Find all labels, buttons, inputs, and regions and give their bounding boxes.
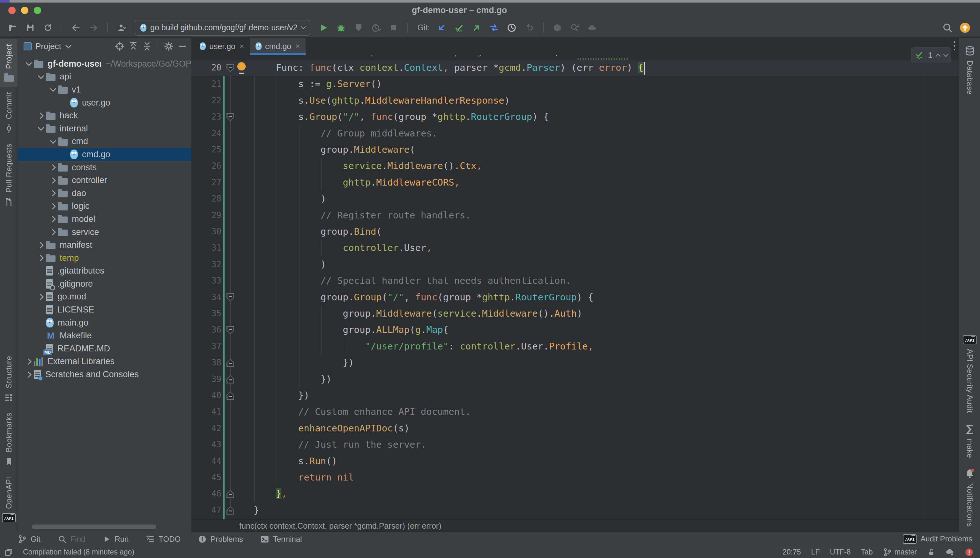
tree-item--gitignore[interactable]: .gitignore [18, 277, 191, 290]
history-button[interactable] [505, 21, 518, 34]
code-line-47[interactable]: } [191, 502, 959, 519]
tree-chevron-icon[interactable] [49, 229, 56, 235]
tree-chevron-icon[interactable] [50, 138, 56, 144]
tree-chevron-icon[interactable] [49, 164, 56, 171]
minus-button[interactable] [177, 41, 188, 52]
tool-window-tab-make[interactable]: ∑make [959, 418, 980, 463]
tree-item-logic[interactable]: logic [18, 200, 191, 213]
tree-chevron-icon[interactable] [26, 60, 32, 66]
code-line-22[interactable]: s.Use(ghttp.MiddlewareHandlerResponse) [191, 92, 959, 109]
user-button[interactable] [115, 21, 128, 34]
error-analysis-widget[interactable] [965, 548, 973, 557]
tree-item-cmd[interactable]: cmd [18, 135, 191, 148]
lock-widget[interactable] [927, 548, 936, 556]
gear-button[interactable] [163, 41, 174, 52]
tree-item-external-libraries[interactable]: External Libraries [18, 355, 191, 368]
tree-item-service[interactable]: service [18, 226, 191, 239]
inspections-widget[interactable]: 1 [911, 47, 951, 63]
open-project-button[interactable] [7, 21, 19, 34]
code-line-35[interactable]: group.Middleware(service.Middleware().Au… [191, 305, 959, 322]
tool-window-tab-structure[interactable]: Structure [0, 351, 18, 407]
tool-button-git[interactable]: Git [18, 535, 41, 544]
status-message[interactable]: Compilation failed (8 minutes ago) [23, 548, 134, 556]
close-tab-icon[interactable]: × [240, 42, 244, 51]
tool-button-run[interactable]: Run [102, 535, 128, 544]
minimize-window-button[interactable] [21, 7, 28, 14]
coverage-button[interactable] [352, 21, 365, 34]
code-line-40[interactable]: }) [191, 387, 959, 404]
tool-window-tab-notifications[interactable]: Notifications [959, 463, 980, 532]
git-branch-widget[interactable]: master [883, 548, 917, 557]
stop-button[interactable] [387, 21, 400, 34]
cloud-button[interactable] [586, 21, 599, 34]
next-problem-icon[interactable] [943, 52, 949, 57]
tree-item-cmd-go[interactable]: cmd.go [18, 148, 191, 161]
code-line-36[interactable]: group.ALLMap(g.Map{ [191, 322, 959, 338]
tree-item-readme-md[interactable]: README.MD [18, 342, 191, 355]
encoding-widget[interactable]: UTF-8 [830, 548, 850, 556]
target-button[interactable] [114, 41, 125, 52]
git-commit-button[interactable] [453, 21, 465, 34]
tree-item-makefile[interactable]: MMakefile [18, 329, 191, 342]
tree-chevron-icon[interactable] [49, 177, 56, 184]
code-line-46[interactable]: }, [191, 486, 959, 502]
tree-item-controller[interactable]: controller [18, 174, 191, 187]
save-all-button[interactable] [24, 21, 37, 34]
back-button[interactable] [69, 21, 82, 34]
git-merge-button[interactable] [488, 21, 500, 34]
code-line-30[interactable]: group.Bind( [191, 223, 959, 240]
git-push-button[interactable] [470, 21, 483, 34]
code-line-34[interactable]: group.Group("/", func(group *ghttp.Route… [191, 289, 959, 305]
code-line-28[interactable]: ) [191, 191, 959, 207]
collapse-all-button[interactable] [141, 41, 153, 52]
code-line-39[interactable]: }) [191, 371, 959, 387]
code-line-19[interactable]: Brief: "start http server of simple gofr… [191, 55, 959, 60]
code-line-42[interactable]: enhanceOpenAPIDoc(s) [191, 420, 959, 437]
code-line-27[interactable]: ghttp.MiddlewareCORS, [191, 174, 959, 191]
package-button[interactable] [551, 21, 564, 34]
tree-item-dao[interactable]: dao [18, 187, 191, 200]
tree-chevron-icon[interactable] [37, 242, 44, 248]
tool-window-tab-commit[interactable]: Commit [0, 87, 18, 138]
tree-chevron-icon[interactable] [49, 203, 56, 210]
code-line-25[interactable]: group.Middleware( [191, 141, 959, 158]
cloud-sync-widget[interactable] [945, 548, 954, 557]
status-window-icon[interactable] [5, 548, 13, 556]
tree-item-license[interactable]: LICENSE [18, 303, 191, 316]
tree-chevron-icon[interactable] [25, 358, 31, 365]
tree-item-user-go[interactable]: user.go [18, 96, 191, 109]
chevron-down-icon[interactable] [65, 42, 71, 48]
debug-button[interactable] [335, 21, 347, 34]
indent-widget[interactable]: Tab [861, 548, 873, 556]
project-horizontal-scrollbar[interactable] [32, 525, 156, 529]
tree-chevron-icon[interactable] [25, 371, 31, 378]
tool-window-tab-bookmarks[interactable]: Bookmarks [0, 407, 18, 472]
tool-button-audit-problems[interactable]: /APIAudit Problems [903, 534, 972, 543]
tree-item-go-mod[interactable]: go.mod [18, 290, 191, 304]
tree-chevron-icon[interactable] [49, 190, 56, 197]
line-ending-widget[interactable]: LF [811, 548, 820, 556]
code-line-31[interactable]: controller.User, [191, 240, 959, 256]
tree-chevron-icon[interactable] [37, 294, 44, 300]
code-line-23[interactable]: s.Group("/", func(group *ghttp.RouterGro… [191, 109, 959, 125]
search-button[interactable] [941, 21, 954, 34]
close-window-button[interactable] [8, 7, 16, 14]
expand-all-button[interactable] [128, 41, 139, 52]
project-view-selector[interactable]: Project [35, 41, 61, 51]
tree-item--gitattributes[interactable]: .gitattributes [18, 265, 191, 278]
tree-item-hack[interactable]: hack [18, 109, 191, 122]
tool-window-tab-database[interactable]: Database [959, 41, 980, 100]
code-line-43[interactable]: // Just run the server. [191, 437, 959, 453]
tool-button-todo[interactable]: TODO [146, 535, 181, 544]
code-line-38[interactable]: }) [191, 354, 959, 371]
run-configuration-select[interactable]: go build github.com/gogf/gf-demo-user/v2 [135, 20, 311, 36]
tree-item-scratches-and-consoles[interactable]: Scratches and Consoles [18, 368, 191, 381]
caret-position-widget[interactable]: 20:75 [783, 548, 801, 556]
code-line-37[interactable]: "/user/profile": controller.User.Profile… [191, 338, 959, 354]
tree-item-model[interactable]: model [18, 213, 191, 226]
tree-item-main-go[interactable]: main.go [18, 316, 191, 329]
profiler-button[interactable] [370, 21, 383, 34]
sync-button[interactable] [41, 21, 54, 34]
tree-item-manifest[interactable]: manifest [18, 238, 191, 251]
tool-window-tab-project[interactable]: Project [0, 39, 18, 87]
